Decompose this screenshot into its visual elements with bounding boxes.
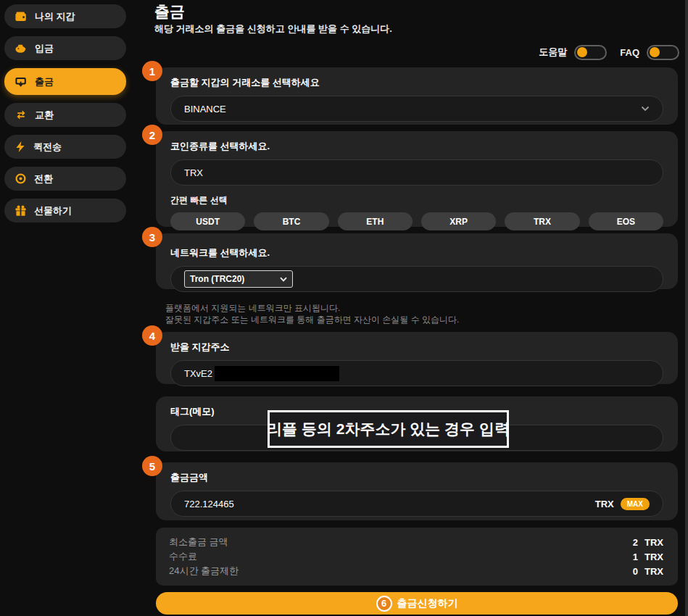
address-card: 4 받을 지갑주소 TXvE2 xyxy=(156,332,678,384)
sidebar-item-convert[interactable]: 전환 xyxy=(4,167,126,191)
step-4-badge: 4 xyxy=(142,325,162,346)
sidebar-item-label: 나의 지갑 xyxy=(35,10,75,23)
sidebar: 나의 지갑 입금 출금 교환 퀵전송 전환 선물하기 xyxy=(4,4,126,230)
quick-coin-eos-button[interactable]: EOS xyxy=(589,212,663,230)
network-select[interactable]: Tron (TRC20) xyxy=(184,270,293,288)
address-input[interactable]: TXvE2 xyxy=(170,360,663,386)
step-5-badge: 5 xyxy=(142,456,162,476)
limit-label: 수수료 xyxy=(169,550,197,563)
network-card: 3 네트워크를 선택하세요. Tron (TRC20) xyxy=(156,233,678,289)
sidebar-item-label: 출금 xyxy=(35,75,54,88)
page-subtitle: 해당 거래소의 출금을 신청하고 안내를 받을 수 있습니다. xyxy=(154,22,392,36)
convert-icon xyxy=(15,173,26,184)
withdraw-submit-button[interactable]: 6 출금신청하기 xyxy=(156,592,678,615)
network-input-row: Tron (TRC20) xyxy=(170,266,663,292)
limit-label: 최소출금 금액 xyxy=(169,536,228,549)
exchange-card: 1 출금할 지갑의 거래소를 선택하세요 BINANCE xyxy=(156,67,678,125)
limit-value: 0 xyxy=(633,566,638,577)
deposit-icon xyxy=(15,43,27,53)
faq-toggle[interactable] xyxy=(647,45,679,60)
step-1-badge: 1 xyxy=(142,61,162,81)
sidebar-item-quick-send[interactable]: 퀵전송 xyxy=(4,135,126,159)
quick-select-row: USDT BTC ETH XRP TRX EOS xyxy=(170,212,663,230)
exchange-value: BINANCE xyxy=(184,104,226,115)
sidebar-item-exchange[interactable]: 교환 xyxy=(4,103,126,127)
amount-card: 5 출금금액 TRX MAX xyxy=(156,462,678,520)
quick-coin-usdt-button[interactable]: USDT xyxy=(170,212,245,230)
exchange-icon xyxy=(15,110,27,120)
max-button[interactable]: MAX xyxy=(621,498,650,510)
limit-value: 1 xyxy=(633,552,638,562)
wallet-icon xyxy=(15,12,27,22)
sidebar-item-withdraw[interactable]: 출금 xyxy=(4,68,126,95)
help-toggle[interactable] xyxy=(574,45,607,60)
amount-input[interactable] xyxy=(184,499,595,509)
limit-row-min: 최소출금 금액 2 TRX xyxy=(169,536,665,549)
sidebar-item-label: 선물하기 xyxy=(34,204,72,217)
warning-line-2: 잘못된 지갑주소 또는 네트워크를 통해 출금하면 자산이 손실될 수 있습니다… xyxy=(165,314,459,325)
step-3-badge: 3 xyxy=(142,227,162,247)
exchange-label: 출금할 지갑의 거래소를 선택하세요 xyxy=(170,76,663,89)
limit-value: 2 xyxy=(633,537,638,548)
network-warning: 플랫폼에서 지원되는 네트워크만 표시됩니다. 잘못된 지갑주소 또는 네트워크… xyxy=(165,302,459,325)
sidebar-item-label: 퀵전송 xyxy=(33,141,62,154)
gift-icon xyxy=(15,205,26,216)
submit-button-label: 출금신청하기 xyxy=(397,597,458,610)
coin-input[interactable] xyxy=(184,167,650,178)
exchange-dropdown[interactable]: BINANCE xyxy=(170,96,663,122)
amount-input-wrap: TRX MAX xyxy=(170,491,663,517)
sidebar-item-label: 전환 xyxy=(34,172,53,186)
withdraw-icon xyxy=(15,77,27,87)
network-label: 네트워크를 선택하세요. xyxy=(170,246,663,259)
help-toggle-row: 도움말 FAQ xyxy=(154,43,679,61)
amount-right-group: TRX MAX xyxy=(595,498,650,510)
limit-row-fee: 수수료 1 TRX xyxy=(169,550,665,563)
help-toggle-label: 도움말 xyxy=(539,46,567,59)
coin-input-wrap xyxy=(170,159,663,186)
sidebar-item-deposit[interactable]: 입금 xyxy=(4,36,126,60)
amount-currency: TRX xyxy=(595,499,614,509)
step-2-badge: 2 xyxy=(142,125,162,145)
sidebar-item-gift[interactable]: 선물하기 xyxy=(4,199,126,222)
coin-card: 2 코인종류를 선택하세요. 간편 빠른 선택 USDT BTC ETH XRP… xyxy=(156,131,678,227)
limit-label: 24시간 출금제한 xyxy=(169,565,239,578)
limit-unit: TRX xyxy=(645,552,665,562)
limit-unit: TRX xyxy=(645,566,665,577)
quick-coin-trx-button[interactable]: TRX xyxy=(505,212,579,230)
sidebar-item-label: 교환 xyxy=(35,109,54,122)
sidebar-item-my-wallet[interactable]: 나의 지갑 xyxy=(4,4,126,28)
warning-line-1: 플랫폼에서 지원되는 네트워크만 표시됩니다. xyxy=(165,302,459,314)
quick-coin-xrp-button[interactable]: XRP xyxy=(421,212,496,230)
tag-annotation-callout: 리플 등의 2차주소가 있는 경우 입력 xyxy=(268,410,509,448)
network-select-value: Tron (TRC20) xyxy=(190,274,244,284)
quick-select-label: 간편 빠른 선택 xyxy=(170,194,663,207)
quick-coin-eth-button[interactable]: ETH xyxy=(338,212,413,230)
withdraw-limits-box: 최소출금 금액 2 TRX 수수료 1 TRX 24시간 출금제한 0 TRX xyxy=(156,528,678,586)
faq-toggle-label: FAQ xyxy=(620,47,639,58)
coin-label: 코인종류를 선택하세요. xyxy=(170,140,663,153)
chevron-down-icon xyxy=(641,106,650,112)
step-6-badge: 6 xyxy=(376,596,392,612)
page-title: 출금 xyxy=(154,1,185,22)
limit-row-24h: 24시간 출금제한 0 TRX xyxy=(169,565,665,578)
address-value: TXvE2 xyxy=(184,368,212,379)
limit-unit: TRX xyxy=(645,537,665,548)
scrollbar[interactable] xyxy=(685,0,688,616)
redaction-bar xyxy=(215,366,339,381)
sidebar-item-label: 입금 xyxy=(35,42,54,55)
quick-send-icon xyxy=(15,141,25,152)
quick-coin-btc-button[interactable]: BTC xyxy=(254,212,328,230)
faq-toggle-knob xyxy=(650,47,660,57)
help-toggle-knob xyxy=(577,47,587,57)
amount-label: 출금금액 xyxy=(170,471,663,484)
chevron-down-icon xyxy=(280,277,287,282)
address-label: 받을 지갑주소 xyxy=(170,341,663,354)
